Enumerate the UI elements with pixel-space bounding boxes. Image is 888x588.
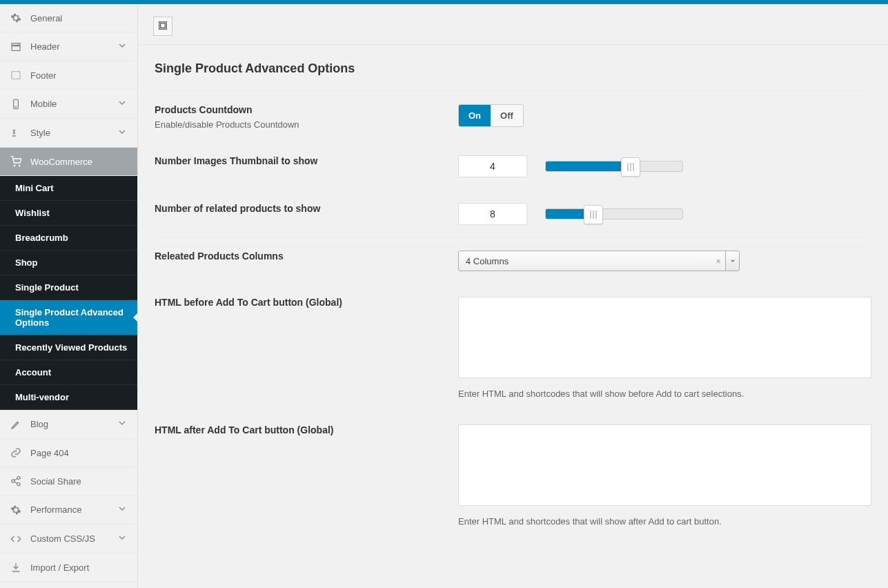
sidebar-sub-account[interactable]: Account (0, 360, 137, 385)
panel-icon (157, 20, 168, 33)
sidebar-item-style[interactable]: Style (0, 119, 137, 148)
svg-rect-11 (161, 23, 166, 28)
sidebar-sub-multi-vendor[interactable]: Multi-vendor (0, 385, 137, 410)
chevron-down-icon (117, 97, 128, 110)
sidebar-item-label: Footer (30, 70, 128, 81)
svg-rect-1 (12, 46, 20, 50)
sidebar-item-footer[interactable]: Footer (0, 61, 137, 90)
header-icon (10, 41, 22, 53)
select-value: 4 Columns (459, 256, 711, 266)
chevron-down-icon (117, 418, 128, 431)
svg-rect-2 (12, 72, 20, 79)
sidebar-item-label: Header (30, 41, 117, 52)
mobile-icon (10, 98, 22, 110)
sidebar-sub-recently-viewed[interactable]: Recently Viewed Products (0, 335, 137, 360)
chevron-down-icon (117, 503, 128, 516)
field-label: HTML after Add To Cart button (Global) (155, 424, 444, 435)
gear-icon (10, 504, 22, 516)
pencil-icon (10, 418, 22, 431)
sidebar-item-label: Custom CSS/JS (30, 533, 117, 544)
sidebar-item-label: Blog (30, 419, 117, 429)
field-label: Number Images Thumbnail to show (155, 155, 444, 166)
field-label: Number of related products to show (155, 203, 444, 214)
related-columns-select[interactable]: 4 Columns × (458, 251, 740, 271)
countdown-toggle: On Off (458, 104, 524, 127)
clear-icon[interactable]: × (711, 256, 725, 266)
chevron-down-icon (117, 40, 128, 53)
sidebar-item-mobile[interactable]: Mobile (0, 90, 137, 119)
chevron-down-icon (117, 532, 128, 545)
sidebar-item-import-export[interactable]: Import / Export (0, 553, 137, 582)
thumbnails-slider[interactable] (545, 161, 683, 172)
slider-handle[interactable] (621, 157, 640, 177)
html-after-textarea[interactable] (458, 424, 871, 506)
sidebar-item-page-404[interactable]: Page 404 (0, 439, 137, 467)
toggle-off[interactable]: Off (491, 105, 523, 126)
sidebar-item-label: Page 404 (30, 448, 128, 458)
page-title: Single Product Advanced Options (155, 61, 871, 76)
svg-rect-0 (12, 43, 20, 45)
field-html-after-cart: HTML after Add To Cart button (Global) E… (155, 411, 871, 539)
sidebar-sub-shop[interactable]: Shop (0, 251, 137, 275)
download-icon (10, 561, 22, 574)
svg-point-4 (15, 106, 16, 107)
sidebar-item-blog[interactable]: Blog (0, 410, 137, 439)
main-content: Single Product Advanced Options Products… (138, 4, 888, 588)
sidebar-sub-single-product[interactable]: Single Product (0, 275, 137, 300)
unlink-icon (10, 447, 22, 459)
chevron-down-icon[interactable] (725, 251, 739, 271)
slider-handle[interactable] (584, 205, 603, 224)
related-count-input[interactable] (458, 203, 527, 225)
field-label: Releated Products Columns (155, 251, 444, 262)
sidebar-item-woocommerce[interactable]: WooCommerce (0, 148, 137, 176)
share-icon (10, 475, 22, 487)
field-help-text: Enter HTML and shortcodes that will show… (458, 516, 871, 527)
sidebar-item-label: Mobile (30, 99, 117, 109)
svg-point-9 (17, 483, 20, 486)
style-icon (10, 127, 22, 139)
sidebar-item-label: Import / Export (30, 562, 128, 573)
expand-all-button[interactable] (153, 17, 172, 36)
settings-sidebar: General Header Footer Mobile Style WooCo… (0, 4, 138, 588)
related-count-slider[interactable] (545, 208, 683, 219)
svg-point-6 (19, 165, 20, 166)
field-html-before-cart: HTML before Add To Cart button (Global) … (155, 284, 871, 411)
sidebar-item-performance[interactable]: Performance (0, 496, 137, 525)
html-before-textarea[interactable] (458, 297, 871, 378)
sidebar-sub-single-product-advanced[interactable]: Single Product Advanced Options (0, 300, 137, 335)
sidebar-item-label: General (30, 13, 128, 23)
field-related-columns: Releated Products Columns 4 Columns × (155, 237, 871, 284)
code-icon (10, 533, 22, 545)
sidebar-item-label: WooCommerce (30, 157, 128, 167)
cart-icon (10, 155, 22, 168)
sidebar-item-custom-css-js[interactable]: Custom CSS/JS (0, 525, 137, 553)
thumbnails-input[interactable] (458, 155, 527, 177)
content-toolbar (138, 4, 888, 45)
footer-icon (10, 69, 22, 81)
field-label: HTML before Add To Cart button (Global) (155, 297, 444, 308)
sidebar-item-label: Style (30, 128, 117, 138)
sidebar-item-header[interactable]: Header (0, 32, 137, 61)
sidebar-item-label: Social Share (30, 476, 128, 487)
svg-point-7 (17, 476, 20, 479)
sidebar-sub-mini-cart[interactable]: Mini Cart (0, 176, 137, 201)
sidebar-sub-wishlist[interactable]: Wishlist (0, 201, 137, 226)
svg-point-8 (12, 480, 14, 482)
sidebar-item-general[interactable]: General (0, 4, 137, 32)
field-related-count: Number of related products to show (155, 190, 871, 237)
field-products-countdown: Products Countdown Enable/disable Produc… (155, 91, 871, 142)
sidebar-item-label: Performance (30, 504, 117, 515)
gear-icon (10, 12, 22, 24)
field-thumbnails-count: Number Images Thumbnail to show (155, 142, 871, 190)
toggle-on[interactable]: On (459, 105, 491, 126)
chevron-down-icon (117, 126, 128, 139)
field-label: Products Countdown (155, 104, 444, 115)
field-help-text: Enter HTML and shortcodes that will show… (458, 389, 871, 399)
sidebar-item-social-share[interactable]: Social Share (0, 467, 137, 496)
svg-point-5 (14, 165, 14, 166)
field-description: Enable/disable Products Countdown (155, 119, 444, 130)
sidebar-sub-breadcrumb[interactable]: Breadcrumb (0, 226, 137, 251)
